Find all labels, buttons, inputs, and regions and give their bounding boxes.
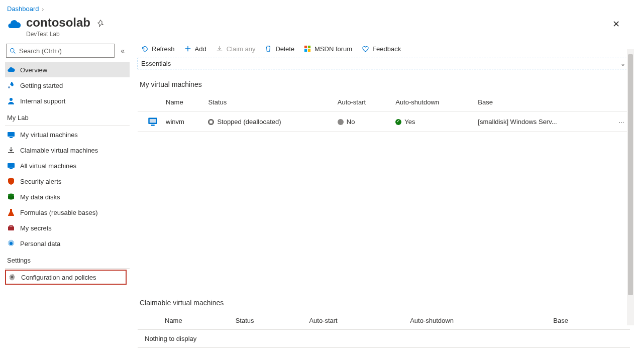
cell-name: winvm [162, 111, 204, 132]
col-autostart[interactable]: Auto-start [334, 93, 392, 111]
col-name[interactable]: Name [161, 312, 232, 330]
empty-row: Nothing to display [138, 330, 630, 348]
plus-icon [184, 45, 192, 53]
scrollbar[interactable] [627, 49, 634, 325]
essentials-panel[interactable]: Essentials ⌄ [138, 58, 629, 69]
sidebar-item-data-disks[interactable]: My data disks [5, 189, 130, 204]
empty-message: Nothing to display [138, 330, 630, 348]
stopped-icon [208, 119, 214, 125]
search-input[interactable]: Search (Ctrl+/) [6, 44, 115, 58]
col-base[interactable]: Base [474, 93, 613, 111]
rocket-icon [7, 81, 15, 89]
vm-icon [7, 162, 15, 170]
svg-point-8 [8, 194, 14, 196]
sidebar-item-all-vms[interactable]: All virtual machines [5, 158, 130, 173]
svg-rect-18 [150, 119, 156, 123]
cloud-icon [7, 66, 15, 74]
sidebar-item-secrets[interactable]: My secrets [5, 220, 130, 235]
sidebar-item-label: Formulas (reusable bases) [20, 209, 98, 216]
sidebar-item-personal-data[interactable]: Personal data [5, 236, 130, 251]
page-title: contosolab [26, 16, 90, 30]
cell-base: [smalldisk] Windows Serv... [474, 111, 613, 132]
page-header: contosolab DevTest Lab ✕ [0, 16, 634, 42]
sidebar-item-label: Configuration and policies [21, 274, 96, 281]
svg-rect-6 [8, 163, 15, 168]
search-icon [10, 48, 16, 54]
sidebar-section-settings: Settings [5, 252, 130, 267]
check-green-icon [395, 119, 401, 125]
chevron-right-icon: › [42, 6, 44, 12]
msdn-forum-button[interactable]: MSDN forum [303, 45, 352, 53]
divider [5, 268, 130, 269]
sidebar-item-label: Internal support [20, 97, 65, 105]
flask-icon [7, 208, 15, 216]
svg-point-3 [10, 98, 13, 101]
button-label: Add [195, 45, 206, 53]
sidebar-item-formulas[interactable]: Formulas (reusable bases) [5, 205, 130, 220]
sidebar-item-label: My secrets [20, 224, 52, 232]
feedback-button[interactable]: Feedback [361, 45, 401, 53]
claim-any-button[interactable]: Claim any [216, 45, 256, 53]
delete-button[interactable]: Delete [264, 45, 294, 53]
sidebar-item-label: Overview [20, 66, 47, 74]
col-status[interactable]: Status [204, 93, 333, 111]
cell-autostart: No [334, 111, 392, 132]
add-button[interactable]: Add [184, 45, 206, 53]
col-autoshutdown[interactable]: Auto-shutdown [391, 93, 474, 111]
microsoft-icon [303, 45, 311, 53]
search-placeholder: Search (Ctrl+/) [19, 47, 62, 55]
gear-icon [7, 239, 15, 248]
close-icon[interactable]: ✕ [612, 19, 620, 30]
dot-grey-icon [338, 119, 344, 125]
sidebar-item-overview[interactable]: Overview [5, 62, 130, 77]
col-autostart[interactable]: Auto-start [305, 312, 406, 330]
svg-rect-10 [10, 225, 13, 227]
sidebar-item-label: Personal data [20, 240, 60, 248]
trash-icon [264, 45, 272, 53]
download-icon [216, 45, 224, 53]
cell-autoshutdown: Yes [391, 111, 474, 132]
col-status[interactable]: Status [232, 312, 305, 330]
main-content: Refresh Add Claim any Delete MSDN forum … [130, 42, 634, 364]
pin-icon[interactable] [97, 20, 105, 27]
svg-line-1 [14, 52, 15, 53]
collapse-sidebar-icon[interactable]: « [119, 47, 127, 55]
sidebar-item-config-policies[interactable]: Configuration and policies [5, 270, 127, 285]
sidebar-item-my-vms[interactable]: My virtual machines [5, 127, 130, 142]
devtestlab-icon [7, 18, 21, 32]
button-label: Feedback [372, 45, 401, 53]
svg-point-0 [11, 48, 14, 52]
my-vms-table: Name Status Auto-start Auto-shutdown Bas… [138, 93, 630, 132]
vm-row-icon [138, 111, 162, 132]
sidebar-item-security-alerts[interactable]: Security alerts [5, 174, 130, 189]
person-icon [7, 97, 15, 105]
scroll-thumb[interactable] [628, 54, 633, 295]
page-subtitle: DevTest Lab [26, 31, 90, 38]
svg-rect-16 [308, 49, 310, 52]
button-label: MSDN forum [314, 45, 352, 53]
sidebar-item-label: All virtual machines [20, 162, 76, 170]
col-autoshutdown[interactable]: Auto-shutdown [406, 312, 549, 330]
breadcrumb: Dashboard › [0, 0, 634, 16]
col-name[interactable]: Name [162, 93, 204, 111]
refresh-button[interactable]: Refresh [141, 45, 175, 53]
svg-rect-13 [304, 46, 307, 48]
button-label: Refresh [152, 45, 175, 53]
svg-rect-4 [8, 132, 15, 137]
col-base[interactable]: Base [549, 312, 613, 330]
sidebar-item-internal-support[interactable]: Internal support [5, 93, 130, 108]
essentials-label: Essentials [141, 60, 171, 67]
table-row[interactable]: winvm Stopped (deallocated) No Yes [smal… [138, 111, 630, 132]
disk-icon [7, 193, 15, 201]
cell-status: Stopped (deallocated) [204, 111, 333, 132]
breadcrumb-root[interactable]: Dashboard [7, 5, 39, 13]
button-label: Delete [275, 45, 294, 53]
heart-icon [361, 45, 369, 53]
svg-rect-5 [10, 137, 13, 138]
svg-rect-7 [10, 168, 13, 169]
sidebar-item-claimable-vms[interactable]: Claimable virtual machines [5, 143, 130, 158]
cog-icon [8, 273, 16, 281]
vm-icon [7, 131, 15, 139]
sidebar-item-label: Security alerts [20, 178, 61, 185]
sidebar-item-getting-started[interactable]: Getting started [5, 78, 130, 93]
